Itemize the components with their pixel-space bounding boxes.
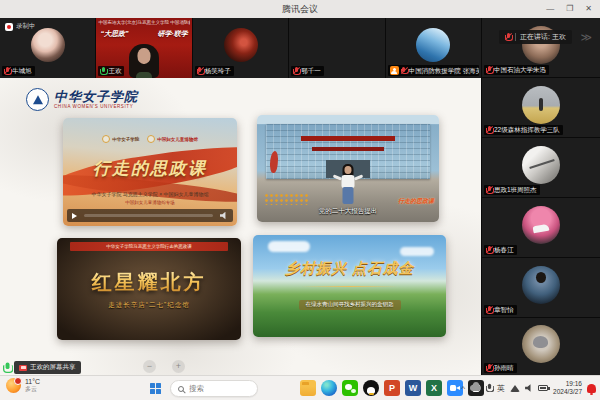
video-tile-sizheng-class[interactable]: 思政1班周照杰: [482, 138, 600, 197]
mic-icon: [505, 33, 511, 41]
word-icon[interactable]: W: [405, 380, 421, 396]
video-thumbnail-rural-revitalization[interactable]: 乡村振兴 点石成金 在绿水青山间寻找乡村振兴的金钥匙: [253, 235, 446, 337]
presenter-figure: [333, 164, 363, 206]
shared-screen: 中华女子学院 CHINA WOMEN'S UNIVERSITY 中华女子学院 中…: [0, 78, 481, 375]
recording-icon: [5, 23, 13, 31]
video-subtitle: 走进长辛店“二七”纪念馆: [57, 301, 241, 310]
video-tile-yangxiaolingzi[interactable]: 杨笑玲子: [193, 18, 288, 78]
mic-muted-icon: [486, 126, 492, 134]
mic-muted-icon: [293, 67, 299, 75]
file-explorer-icon[interactable]: [300, 380, 316, 396]
university-name-en: CHINA WOMEN'S UNIVERSITY: [54, 104, 138, 109]
mic-muted-icon: [4, 67, 10, 75]
video-tile-eqianyi[interactable]: 鄂千一: [289, 18, 384, 78]
participant-name-tag: 中国消防救援学院 张海英: [388, 65, 480, 76]
avatar: [522, 206, 560, 244]
recording-indicator: 录制中: [5, 22, 36, 31]
battery-icon[interactable]: [538, 385, 548, 391]
onedrive-icon[interactable]: [470, 385, 481, 391]
video-tile-niuchengxu[interactable]: 录制中 牛城旭: [0, 18, 95, 78]
excel-icon[interactable]: X: [426, 380, 442, 396]
qq-icon[interactable]: [363, 380, 379, 396]
zoom-in-button[interactable]: +: [172, 360, 185, 373]
video-tile-forest-class[interactable]: 22级森林指挥教学三队: [482, 78, 600, 137]
mic-muted-icon: [486, 306, 492, 314]
play-icon[interactable]: [72, 213, 77, 219]
video-thumbnail-campus-report[interactable]: 行走的思政课 党的二十大报告提出: [257, 115, 439, 222]
video-tile-yangchunjiang[interactable]: 杨春江: [482, 198, 600, 257]
video-tile-zhuxun[interactable]: 中国石油大学朱迅: [482, 18, 600, 77]
participant-name-tag: 王欢: [98, 66, 124, 76]
participant-name-tag: 孙雨晴: [484, 363, 517, 373]
backdrop-text-line2: “大思政” 研学·联学: [100, 29, 187, 39]
avatar: [224, 28, 258, 62]
logo-badges-row: 中华女子学院 中国妇女儿童博物馆: [63, 135, 237, 143]
window-controls: — ❐ ✕: [546, 0, 592, 18]
mic-muted-icon: [486, 364, 492, 372]
tray-mic-icon[interactable]: [486, 384, 492, 392]
speaking-label: 正在讲话: 王欢: [520, 32, 566, 42]
screen-share-label[interactable]: 王欢的屏幕共享: [14, 361, 81, 374]
maximize-button[interactable]: ❐: [566, 0, 573, 18]
clock-time: 19:16: [553, 380, 582, 388]
volume-icon[interactable]: [220, 212, 228, 220]
participant-name-tag: 思政1班周照杰: [484, 185, 540, 195]
cloud-graphic: [268, 241, 310, 252]
search-icon: [178, 386, 184, 392]
video-tile-zhanghaiying[interactable]: 中国消防救援学院 张海英: [386, 18, 481, 78]
video-strip: 录制中 牛城旭 中国石油大学(北京)马克思主义学院 中国消防救援学院政治工作系 …: [0, 18, 481, 78]
video-thumbnail-walking-course[interactable]: 中华女子学院 中国妇女儿童博物馆 行走的思政课 中华女子学院 马克思主义学院 ×…: [63, 118, 237, 226]
zoom-out-button[interactable]: −: [143, 360, 156, 373]
participant-name-tag: 牛城旭: [2, 66, 35, 76]
avatar: [522, 86, 560, 124]
university-logo: 中华女子学院 CHINA WOMEN'S UNIVERSITY: [26, 88, 138, 111]
divider: [515, 33, 516, 41]
hidden-icons-chevron[interactable]: ^: [461, 384, 465, 393]
collapse-sidebar-icon[interactable]: ≫: [580, 31, 592, 43]
sharer-mic-icon: [3, 363, 11, 373]
volume-icon[interactable]: [525, 384, 533, 392]
wechat-icon[interactable]: [342, 380, 358, 396]
ornament-divider: [301, 286, 398, 287]
weather-widget[interactable]: 11°C 多云: [6, 378, 40, 393]
window-titlebar: 腾讯会议 — ❐ ✕: [0, 0, 600, 18]
taskbar-apps: P W X: [300, 380, 484, 396]
progress-bar[interactable]: [84, 214, 213, 217]
video-thumbnail-red-star[interactable]: 中华女子学院马克思主义学院行走的思政课 红星耀北方 走进长辛店“二七”纪念馆: [57, 238, 241, 340]
powerpoint-icon[interactable]: P: [384, 380, 400, 396]
video-tile-wanghuan[interactable]: 中国石油大学(北京)马克思主义学院 中国消防救援学院政治工作系 “大思政” 研学…: [96, 18, 191, 78]
participant-name-tag: 22级森林指挥教学三队: [484, 125, 563, 135]
host-badge-icon: [390, 66, 399, 75]
windows-taskbar: 11°C 多云 P W X ^ 英 19:16 2024/3/27: [0, 375, 600, 400]
building-banner: [301, 136, 396, 141]
video-tile-sunyuqing[interactable]: 孙雨晴: [482, 318, 600, 375]
avatar: [416, 28, 450, 62]
weather-icon: [6, 378, 21, 393]
search-input[interactable]: [189, 384, 250, 393]
mic-muted-icon: [486, 186, 492, 194]
seal-icon: [102, 135, 110, 143]
minimize-button[interactable]: —: [546, 0, 554, 18]
start-button[interactable]: [150, 383, 161, 394]
close-button[interactable]: ✕: [585, 0, 592, 18]
mic-live-icon: [100, 67, 106, 75]
university-name-cn: 中华女子学院: [54, 90, 138, 103]
notification-bell-icon[interactable]: [587, 384, 596, 393]
building-banner: [312, 147, 385, 151]
video-subtitle: 中华女子学院 马克思主义学院 × 中国妇女儿童博物馆: [63, 191, 237, 197]
taskbar-clock[interactable]: 19:16 2024/3/27: [553, 380, 582, 396]
weather-temp: 11°C: [25, 378, 40, 386]
video-player-bar: [67, 209, 233, 222]
edge-browser-icon[interactable]: [321, 380, 337, 396]
wifi-icon[interactable]: [510, 385, 520, 392]
flowerbed-graphic: [264, 193, 310, 205]
mic-muted-icon: [197, 67, 203, 75]
avatar: [522, 325, 560, 363]
mic-muted-icon: [486, 66, 492, 74]
taskbar-search[interactable]: [170, 380, 258, 397]
meeting-area: 录制中 牛城旭 中国石油大学(北京)马克思主义学院 中国消防救援学院政治工作系 …: [0, 18, 600, 375]
video-title: 红星耀北方: [57, 269, 241, 296]
video-tile-zhangzhiyi[interactable]: 章智怡: [482, 258, 600, 317]
avatar: [31, 28, 65, 62]
ime-indicator[interactable]: 英: [497, 383, 505, 394]
